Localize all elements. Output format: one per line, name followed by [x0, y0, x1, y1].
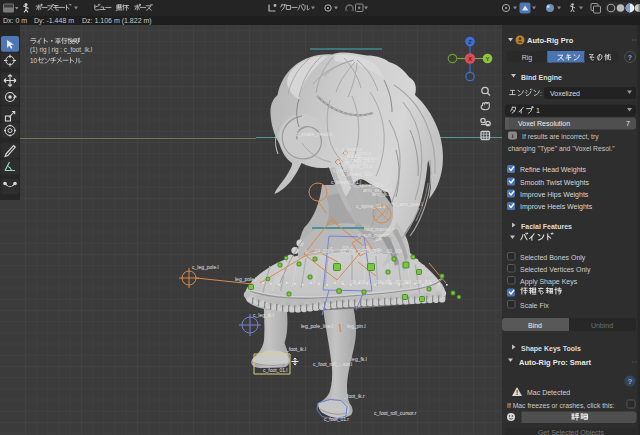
svg-text:leg_pin.l: leg_pin.l [347, 323, 366, 329]
svg-text:Mac Detected: Mac Detected [527, 389, 570, 396]
svg-text:Voxel Resolution: Voxel Resolution [518, 120, 570, 127]
svg-text:Bind Engine: Bind Engine [521, 74, 562, 82]
svg-text:Refine Head Weights: Refine Head Weights [520, 166, 587, 174]
svg-text:If Mac freezes or crashes, cli: If Mac freezes or crashes, click this: [507, 402, 615, 409]
svg-text:7: 7 [626, 120, 630, 127]
svg-text::: : [540, 90, 542, 97]
svg-text:X: X [468, 56, 472, 62]
svg-text:c_head.x: c_head.x [340, 153, 361, 159]
svg-text:_foot_ik.r: _foot_ik.r [343, 393, 365, 399]
svg-text:changing "Type" and "Voxel Res: changing "Type" and "Voxel Resol." [508, 145, 615, 153]
svg-text:c_arm_pole.l: c_arm_pole.l [394, 201, 423, 207]
svg-text:_foot_ik.l: _foot_ik.l [285, 346, 306, 352]
svg-text:10: 10 [30, 57, 38, 64]
svg-text:Improve Heels Weights: Improve Heels Weights [520, 203, 593, 211]
svg-text:Improve Hips Weights: Improve Hips Weights [520, 191, 589, 199]
svg-text:c_skull_01.x: c_skull_01.x [338, 160, 366, 166]
svg-text:1: 1 [536, 107, 540, 114]
svg-text:Auto-Rig Pro: Smart: Auto-Rig Pro: Smart [519, 358, 592, 367]
svg-text:Shape Keys Tools: Shape Keys Tools [521, 345, 581, 353]
svg-text:c_foot_01.l: c_foot_01.l [263, 367, 287, 373]
svg-text:Bind: Bind [528, 322, 542, 329]
svg-text:Unbind: Unbind [591, 322, 613, 329]
svg-text:c_snake_head.x: c_snake_head.x [296, 131, 333, 137]
svg-text:Y: Y [485, 56, 489, 62]
svg-text:leg_pole.l: leg_pole.l [235, 276, 256, 282]
svg-text:c_...04_03l c_...02_04l ...02_: c_...04_03l c_...02_04l ...02_00l c_...0… [305, 248, 402, 254]
svg-text:Dy: -1.448 m: Dy: -1.448 m [34, 17, 74, 25]
svg-text:?: ? [628, 377, 633, 386]
svg-text:Dz: 1.106 m (1.822 m): Dz: 1.106 m (1.822 m) [82, 17, 152, 25]
svg-text:Auto-Rig Pro: Auto-Rig Pro [527, 36, 574, 45]
svg-text:c_neck.x: c_neck.x [333, 167, 353, 173]
svg-text:Dx: 0 m: Dx: 0 m [3, 17, 27, 24]
svg-text:leg_fk.l: leg_fk.l [351, 356, 367, 362]
svg-text:c_...03_01l c_...04_00l ..02_0: c_...03_01l c_...04_00l ..02_01l ...04_0… [341, 279, 431, 285]
svg-text:Smooth Twist Weights: Smooth Twist Weights [520, 179, 589, 187]
svg-text:(1) rig | rig : c_foot_ik.l: (1) rig | rig : c_foot_ik.l [30, 46, 92, 54]
svg-text:?: ? [628, 54, 632, 61]
svg-text:Selected Bones Only: Selected Bones Only [520, 254, 586, 262]
svg-text:Scale Fix: Scale Fix [520, 302, 549, 309]
svg-text:arm_fk.l: arm_fk.l [372, 191, 390, 197]
svg-text:c_foot_roll_...sor.l: c_foot_roll_...sor.l [313, 361, 352, 367]
svg-text:Get Selected Objects: Get Selected Objects [538, 429, 605, 435]
svg-text:If results are incorrect, try: If results are incorrect, try [522, 133, 599, 141]
svg-text:leg_pole_line.l: leg_pole_line.l [301, 323, 333, 329]
svg-text:c_leg_pole.l: c_leg_pole.l [192, 264, 219, 270]
svg-text:c_spine_01.x: c_spine_01.x [356, 203, 386, 209]
svg-text:Apply Shape Keys: Apply Shape Keys [520, 278, 578, 286]
svg-text:Voxelized: Voxelized [550, 90, 580, 97]
svg-text:c_sub_master.x: c_sub_master.x [358, 232, 394, 238]
svg-text:Z: Z [468, 39, 472, 45]
svg-text:c_leg_ik.l: c_leg_ik.l [253, 312, 274, 318]
svg-text:!: ! [516, 389, 518, 396]
svg-text:Selected Vertices Only: Selected Vertices Only [520, 266, 591, 274]
svg-text:Facial Features: Facial Features [521, 223, 572, 230]
svg-text:c_foot_roll_cursor.r: c_foot_roll_cursor.r [374, 410, 417, 416]
svg-text:Rig: Rig [522, 54, 533, 62]
svg-text:c_foot_01.r: c_foot_01.r [324, 416, 349, 422]
